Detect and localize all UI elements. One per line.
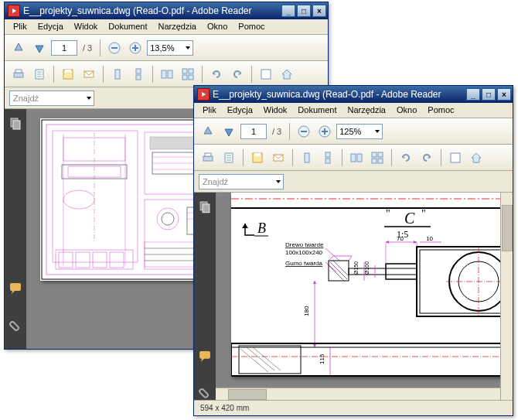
menu-document[interactable]: Dokument xyxy=(292,104,342,116)
home-button[interactable] xyxy=(278,65,296,84)
svg-rect-9 xyxy=(65,70,71,73)
rotate-cw-button[interactable] xyxy=(417,149,436,167)
comments-panel-icon[interactable] xyxy=(9,282,22,295)
menu-file[interactable]: Plik xyxy=(8,21,32,32)
svg-text:180: 180 xyxy=(303,306,310,316)
svg-rect-69 xyxy=(305,153,309,162)
rotate-ccw-button[interactable] xyxy=(397,149,415,167)
zoom-in-button[interactable] xyxy=(126,39,145,57)
svg-rect-80 xyxy=(203,204,210,213)
svg-text:Gumo twarda: Gumo twarda xyxy=(285,260,323,267)
svg-rect-12 xyxy=(136,69,141,73)
svg-rect-15 xyxy=(168,70,172,78)
continuous-button[interactable] xyxy=(129,65,148,84)
maximize-button[interactable]: □ xyxy=(297,5,311,17)
svg-rect-70 xyxy=(325,152,330,157)
svg-rect-64 xyxy=(205,153,211,156)
home-button[interactable] xyxy=(467,149,486,167)
email-button[interactable] xyxy=(80,65,98,84)
window-title: E__projekty_suwnica.dwg (Read-O.pdf - Ad… xyxy=(213,89,466,100)
page-input[interactable] xyxy=(51,40,77,56)
minimize-button[interactable]: _ xyxy=(466,88,480,101)
page-input[interactable] xyxy=(240,124,267,139)
menu-view[interactable]: Widok xyxy=(69,21,104,32)
menu-window[interactable]: Okno xyxy=(202,21,233,32)
menu-help[interactable]: Pomoc xyxy=(422,104,459,116)
svg-rect-1 xyxy=(111,47,118,49)
comments-panel-icon[interactable] xyxy=(198,350,212,364)
fullscreen-button[interactable] xyxy=(257,65,275,84)
svg-rect-14 xyxy=(162,70,166,78)
prev-page-button[interactable] xyxy=(9,39,28,57)
page-total: / 3 xyxy=(269,127,285,136)
svg-rect-75 xyxy=(378,152,383,157)
zoom-select[interactable]: 13,5% xyxy=(147,40,193,56)
svg-rect-19 xyxy=(189,75,193,80)
svg-text:Ø100: Ø100 xyxy=(364,261,370,275)
window-title: E__projekty_suwnica.dwg (Read-O.pdf - Ad… xyxy=(23,5,281,16)
email-button[interactable] xyxy=(269,149,288,167)
svg-rect-13 xyxy=(136,75,141,80)
pages-panel-icon[interactable] xyxy=(198,200,212,214)
pages-panel-icon[interactable] xyxy=(9,117,22,131)
rotate-cw-button[interactable] xyxy=(228,65,247,84)
close-button[interactable]: × xyxy=(497,88,511,101)
menu-view[interactable]: Widok xyxy=(258,104,293,116)
find-input[interactable]: Znajdź xyxy=(199,174,284,190)
rotate-ccw-button[interactable] xyxy=(207,65,226,84)
save-button[interactable] xyxy=(59,65,77,84)
two-continuous-button[interactable] xyxy=(179,65,197,84)
menu-tools[interactable]: Narzędzia xyxy=(342,104,391,116)
horizontal-scrollbar[interactable] xyxy=(216,388,500,400)
continuous-button[interactable] xyxy=(319,149,337,167)
find-input[interactable]: Znajdź xyxy=(9,90,94,106)
close-button[interactable]: × xyxy=(312,5,326,17)
prev-page-button[interactable] xyxy=(199,122,217,141)
fit-page-button[interactable] xyxy=(220,149,238,167)
attachments-panel-icon[interactable] xyxy=(198,386,212,400)
svg-text:70: 70 xyxy=(397,235,404,242)
menu-edit[interactable]: Edycja xyxy=(222,104,258,116)
svg-rect-62 xyxy=(324,128,325,135)
attachments-panel-icon[interactable] xyxy=(9,319,22,333)
save-button[interactable] xyxy=(248,149,267,167)
svg-rect-20 xyxy=(261,70,271,79)
zoom-select[interactable]: 125% xyxy=(336,124,383,139)
next-page-button[interactable] xyxy=(30,39,49,57)
app-icon xyxy=(8,5,20,17)
print-button[interactable] xyxy=(199,149,217,167)
minimize-button[interactable]: _ xyxy=(281,5,295,17)
menu-help[interactable]: Pomoc xyxy=(233,21,270,32)
svg-rect-77 xyxy=(378,159,383,163)
document-area[interactable]: B " C " 1:5 Drewo twarde 100x100x240 Gum… xyxy=(216,193,513,400)
svg-text:": " xyxy=(421,208,426,220)
svg-rect-73 xyxy=(357,154,362,162)
svg-text:": " xyxy=(386,208,390,220)
menu-file[interactable]: Plik xyxy=(197,104,222,116)
fit-page-button[interactable] xyxy=(30,65,49,84)
menu-tools[interactable]: Narzędzia xyxy=(152,21,202,32)
svg-rect-71 xyxy=(325,159,330,163)
next-page-button[interactable] xyxy=(220,122,238,141)
svg-text:C: C xyxy=(404,210,415,227)
two-page-button[interactable] xyxy=(347,149,366,167)
two-continuous-button[interactable] xyxy=(368,149,387,167)
vertical-scrollbar[interactable] xyxy=(500,193,513,400)
page-total: / 3 xyxy=(80,43,95,53)
menu-window[interactable]: Okno xyxy=(391,104,422,116)
svg-rect-6 xyxy=(15,70,22,73)
menu-edit[interactable]: Edycja xyxy=(32,21,69,32)
zoom-out-button[interactable] xyxy=(295,122,313,141)
print-button[interactable] xyxy=(9,65,28,84)
zoom-in-button[interactable] xyxy=(315,122,334,141)
technical-drawing-detail: B " C " 1:5 Drewo twarde 100x100x240 Gum… xyxy=(231,193,502,377)
svg-rect-18 xyxy=(182,75,187,80)
single-page-button[interactable] xyxy=(298,149,316,167)
single-page-button[interactable] xyxy=(108,65,127,84)
maximize-button[interactable]: □ xyxy=(482,88,496,101)
menu-document[interactable]: Dokument xyxy=(103,21,152,32)
two-page-button[interactable] xyxy=(158,65,176,84)
zoom-out-button[interactable] xyxy=(105,39,124,57)
svg-text:100x100x240: 100x100x240 xyxy=(285,249,323,256)
fullscreen-button[interactable] xyxy=(446,149,465,167)
